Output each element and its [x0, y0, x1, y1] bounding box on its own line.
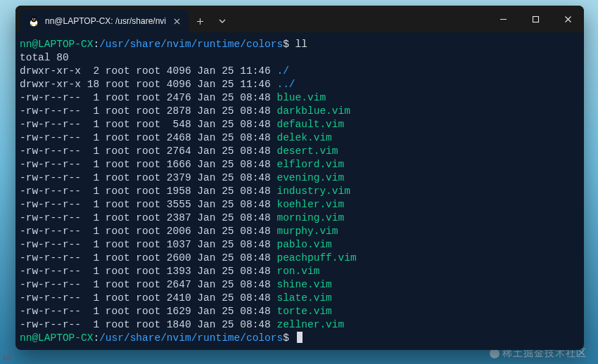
listing-meta: -rw-r--r-- 1 root root 2476 Jan 25 08:48: [20, 92, 276, 103]
terminal-output[interactable]: nn@LAPTOP-CX:/usr/share/nvim/runtime/col…: [15, 32, 584, 350]
desktop-tag: sd: [3, 353, 11, 361]
listing-row: -rw-r--r-- 1 root root 2387 Jan 25 08:48…: [20, 212, 580, 225]
tab-dropdown-button[interactable]: [211, 10, 234, 32]
prompt-line: nn@LAPTOP-CX:/usr/share/nvim/runtime/col…: [20, 38, 580, 51]
listing-row: -rw-r--r-- 1 root root 1629 Jan 25 08:48…: [20, 305, 580, 318]
terminal-window: nn@LAPTOP-CX: /usr/share/nvi nn@LAPTOP-C…: [15, 6, 584, 350]
file-name: darkblue.vim: [276, 105, 350, 117]
file-name: shine.vim: [276, 279, 331, 290]
listing-meta: -rw-r--r-- 1 root root 2600 Jan 25 08:48: [20, 252, 276, 264]
file-name: peachpuff.vim: [276, 252, 356, 264]
titlebar-spacer: [234, 6, 487, 32]
svg-point-2: [32, 18, 33, 20]
file-name: murphy.vim: [276, 226, 338, 237]
prompt-symbol: $: [283, 332, 295, 344]
listing-row: -rw-r--r-- 1 root root 1666 Jan 25 08:48…: [20, 158, 580, 171]
tab-close-icon[interactable]: [172, 16, 182, 26]
file-name: evening.vim: [276, 172, 344, 183]
listing-meta: -rw-r--r-- 1 root root 2764 Jan 25 08:48: [20, 145, 276, 157]
listing-row: -rw-r--r-- 1 root root 3555 Jan 25 08:48…: [20, 198, 580, 212]
listing-meta: -rw-r--r-- 1 root root 1393 Jan 25 08:48: [20, 266, 276, 277]
listing-row: -rw-r--r-- 1 root root 1958 Jan 25 08:48…: [20, 185, 580, 198]
svg-point-3: [34, 18, 35, 20]
file-name: delek.vim: [276, 132, 331, 143]
listing-row: drwxr-xr-x 18 root root 4096 Jan 25 11:4…: [20, 78, 580, 91]
typed-command: ll: [295, 39, 307, 50]
dir-name: ./: [276, 65, 288, 77]
listing-meta: -rw-r--r-- 1 root root 1958 Jan 25 08:48: [20, 186, 276, 197]
titlebar: nn@LAPTOP-CX: /usr/share/nvi: [15, 6, 584, 32]
listing-meta: -rw-r--r-- 1 root root 1666 Jan 25 08:48: [20, 159, 276, 170]
file-name: torte.vim: [276, 306, 331, 317]
listing-row: -rw-r--r-- 1 root root 2647 Jan 25 08:48…: [20, 278, 580, 292]
file-name: pablo.vim: [276, 239, 331, 250]
listing-meta: -rw-r--r-- 1 root root 2410 Jan 25 08:48: [20, 292, 276, 304]
prompt-symbol: $: [283, 39, 295, 50]
listing-meta: -rw-r--r-- 1 root root 1629 Jan 25 08:48: [20, 306, 276, 317]
listing-meta: -rw-r--r-- 1 root root 548 Jan 25 08:48: [20, 119, 276, 130]
file-name: morning.vim: [276, 212, 344, 223]
tab-active[interactable]: nn@LAPTOP-CX: /usr/share/nvi: [20, 10, 189, 32]
file-name: ron.vim: [276, 266, 319, 277]
listing-row: -rw-r--r-- 1 root root 2410 Jan 25 08:48…: [20, 292, 580, 305]
listing-row: -rw-r--r-- 1 root root 1037 Jan 25 08:48…: [20, 238, 580, 252]
file-name: koehler.vim: [276, 199, 344, 210]
total-line: total 80: [20, 51, 580, 65]
file-name: default.vim: [276, 119, 344, 130]
watermark-icon: [490, 349, 500, 358]
listing-row: -rw-r--r-- 1 root root 2468 Jan 25 08:48…: [20, 131, 580, 145]
file-name: elflord.vim: [276, 159, 344, 170]
listing-meta: drwxr-xr-x 18 root root 4096 Jan 25 11:4…: [20, 79, 276, 90]
listing-meta: -rw-r--r-- 1 root root 2006 Jan 25 08:48: [20, 226, 276, 237]
listing-meta: -rw-r--r-- 1 root root 2387 Jan 25 08:48: [20, 212, 276, 223]
svg-rect-4: [533, 16, 538, 22]
listing-row: drwxr-xr-x 2 root root 4096 Jan 25 11:46…: [20, 65, 580, 78]
file-name: desert.vim: [276, 145, 338, 157]
new-tab-button[interactable]: [189, 10, 211, 32]
prompt-line: nn@LAPTOP-CX:/usr/share/nvim/runtime/col…: [20, 332, 580, 345]
prompt-user: nn@LAPTOP-CX: [20, 39, 93, 50]
svg-point-1: [31, 16, 36, 22]
listing-row: -rw-r--r-- 1 root root 2600 Jan 25 08:48…: [20, 252, 580, 265]
listing-row: -rw-r--r-- 1 root root 2878 Jan 25 08:48…: [20, 105, 580, 118]
minimize-button[interactable]: [487, 6, 519, 32]
listing-meta: -rw-r--r-- 1 root root 2468 Jan 25 08:48: [20, 132, 276, 143]
file-name: industry.vim: [276, 186, 350, 197]
listing-meta: -rw-r--r-- 1 root root 3555 Jan 25 08:48: [20, 199, 276, 210]
prompt-path: /usr/share/nvim/runtime/colors: [99, 332, 283, 344]
listing-row: -rw-r--r-- 1 root root 2006 Jan 25 08:48…: [20, 225, 580, 238]
listing-meta: -rw-r--r-- 1 root root 1037 Jan 25 08:48: [20, 239, 276, 250]
prompt-user: nn@LAPTOP-CX: [20, 332, 93, 344]
listing-meta: -rw-r--r-- 1 root root 2379 Jan 25 08:48: [20, 172, 276, 183]
file-name: slate.vim: [276, 292, 331, 304]
tab-title: nn@LAPTOP-CX: /usr/share/nvi: [45, 16, 166, 26]
listing-meta: -rw-r--r-- 1 root root 1840 Jan 25 08:48: [20, 319, 276, 330]
listing-meta: -rw-r--r-- 1 root root 2647 Jan 25 08:48: [20, 279, 276, 290]
maximize-button[interactable]: [519, 6, 552, 32]
listing-row: -rw-r--r-- 1 root root 2476 Jan 25 08:48…: [20, 91, 580, 105]
file-name: blue.vim: [276, 92, 326, 103]
listing-row: -rw-r--r-- 1 root root 1840 Jan 25 08:48…: [20, 318, 580, 332]
dir-name: ../: [276, 79, 295, 90]
listing-meta: -rw-r--r-- 1 root root 2878 Jan 25 08:48: [20, 105, 276, 117]
file-name: zellner.vim: [276, 319, 344, 330]
listing-row: -rw-r--r-- 1 root root 1393 Jan 25 08:48…: [20, 265, 580, 278]
prompt-path: /usr/share/nvim/runtime/colors: [99, 39, 283, 50]
listing-meta: drwxr-xr-x 2 root root 4096 Jan 25 11:46: [20, 65, 276, 77]
listing-row: -rw-r--r-- 1 root root 548 Jan 25 08:48 …: [20, 118, 580, 131]
tux-icon: [28, 15, 39, 27]
listing-row: -rw-r--r-- 1 root root 2764 Jan 25 08:48…: [20, 145, 580, 158]
close-button[interactable]: [552, 6, 584, 32]
listing-row: -rw-r--r-- 1 root root 2379 Jan 25 08:48…: [20, 171, 580, 185]
cursor: [297, 332, 303, 343]
